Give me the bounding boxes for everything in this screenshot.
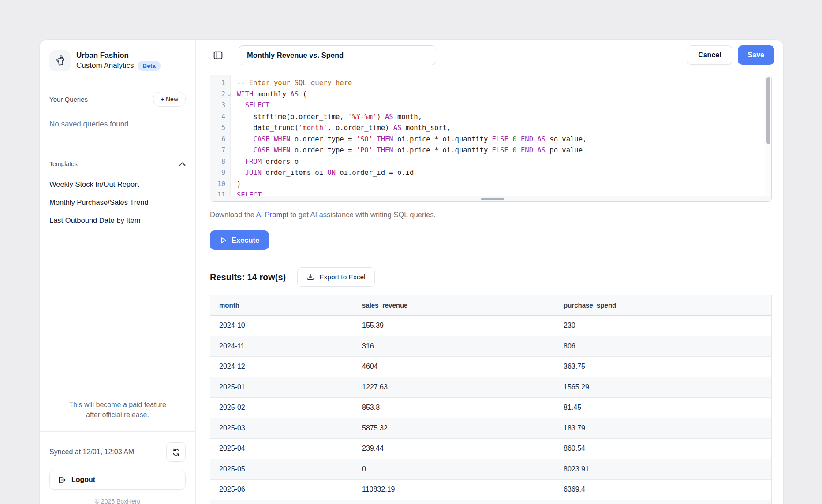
template-item[interactable]: Monthly Purchase/Sales Trend bbox=[49, 193, 186, 211]
table-row[interactable]: 2025-06110832.196369.4 bbox=[210, 479, 771, 500]
logout-icon bbox=[58, 476, 66, 484]
table-cell: 2024-12 bbox=[210, 356, 353, 377]
editor-line-numbers: 1234567891011 bbox=[210, 75, 231, 201]
logout-label: Logout bbox=[71, 476, 95, 484]
execute-button[interactable]: Execute bbox=[210, 230, 269, 250]
vertical-scrollbar-thumb[interactable] bbox=[766, 77, 770, 144]
table-cell: 316 bbox=[353, 336, 555, 357]
export-to-excel-button[interactable]: Export to Excel bbox=[297, 267, 374, 287]
table-row[interactable]: 2025-0508023.91 bbox=[210, 459, 771, 480]
table-cell: 2024-11 bbox=[210, 336, 353, 357]
table-cell: 363.75 bbox=[555, 356, 771, 377]
table-row[interactable]: 2025-035875.32183.79 bbox=[210, 418, 771, 439]
refresh-icon bbox=[172, 448, 180, 456]
table-cell: 230 bbox=[555, 315, 771, 336]
table-row[interactable]: 2024-10155.39230 bbox=[210, 315, 771, 336]
play-icon bbox=[220, 237, 227, 244]
table-cell: 860.54 bbox=[555, 438, 771, 459]
empty-queries-message: No saved queries found bbox=[49, 120, 186, 129]
sql-editor[interactable]: 1234567891011 -- Enter your SQL query he… bbox=[210, 75, 772, 202]
table-cell: 2025-05 bbox=[210, 459, 353, 480]
horizontal-scrollbar-thumb[interactable] bbox=[481, 198, 504, 200]
table-cell: 2025-02 bbox=[210, 397, 353, 418]
sync-row: Synced at 12/01, 12:03 AM bbox=[49, 442, 186, 462]
table-cell: 2025-01 bbox=[210, 377, 353, 398]
topbar-divider bbox=[232, 49, 232, 61]
table-cell: 110832.19 bbox=[353, 479, 555, 500]
ai-help-text: Download the AI Prompt to get AI assista… bbox=[210, 211, 774, 219]
table-cell: 2025-03 bbox=[210, 418, 353, 439]
app-title: Urban Fashion bbox=[76, 51, 161, 61]
table-cell: 8023.91 bbox=[555, 459, 771, 480]
templates-label: Templates bbox=[49, 160, 78, 167]
your-queries-label: Your Queries bbox=[49, 96, 88, 103]
table-cell: 2025-04 bbox=[210, 438, 353, 459]
results-heading: Results: 14 row(s) bbox=[210, 272, 286, 282]
refresh-button[interactable] bbox=[166, 442, 186, 462]
templates-header[interactable]: Templates bbox=[49, 160, 186, 167]
table-partial-row bbox=[210, 500, 771, 504]
table-row[interactable]: 2024-124604363.75 bbox=[210, 356, 771, 377]
sidebar: Urban Fashion Custom Analytics Beta Your… bbox=[40, 40, 196, 504]
table-cell: 81.45 bbox=[555, 397, 771, 418]
table-header-row: monthsales_revenuepurchase_spend bbox=[210, 295, 771, 315]
template-item[interactable]: Last Outbound Date by Item bbox=[49, 211, 186, 230]
your-queries-header: Your Queries + New bbox=[49, 92, 186, 107]
app-logo bbox=[49, 50, 71, 71]
cancel-button[interactable]: Cancel bbox=[687, 45, 732, 65]
table-cell: 1565.29 bbox=[555, 377, 771, 398]
editor-horizontal-scrollbar[interactable] bbox=[210, 196, 771, 201]
logout-button[interactable]: Logout bbox=[49, 470, 186, 490]
table-row[interactable]: 2025-011227.631565.29 bbox=[210, 377, 771, 398]
app-header: Urban Fashion Custom Analytics Beta bbox=[49, 50, 186, 71]
templates-list: Weekly Stock In/Out ReportMonthly Purcha… bbox=[49, 175, 186, 230]
table-cell: 1227.63 bbox=[353, 377, 555, 398]
new-query-button[interactable]: + New bbox=[153, 92, 186, 107]
paid-feature-note: This will become a paid feature after of… bbox=[62, 400, 173, 420]
synced-status: Synced at 12/01, 12:03 AM bbox=[49, 448, 134, 456]
column-header: month bbox=[210, 295, 353, 315]
editor-code[interactable]: -- Enter your SQL query hereWITH monthly… bbox=[231, 75, 771, 201]
table-cell: 2024-10 bbox=[210, 315, 353, 336]
tshirt-icon bbox=[53, 54, 67, 67]
app-window: Urban Fashion Custom Analytics Beta Your… bbox=[40, 40, 783, 504]
chevron-up-icon bbox=[179, 162, 186, 166]
results-table: monthsales_revenuepurchase_spend 2024-10… bbox=[210, 295, 772, 504]
app-titles: Urban Fashion Custom Analytics Beta bbox=[76, 51, 161, 71]
table-cell: 2025-06 bbox=[210, 479, 353, 500]
query-title-input[interactable] bbox=[239, 45, 436, 65]
main-panel: Cancel Save 1234567891011 -- Enter your … bbox=[196, 40, 783, 504]
table-cell: 5875.32 bbox=[353, 418, 555, 439]
column-header: sales_revenue bbox=[353, 295, 555, 315]
table-cell: 155.39 bbox=[353, 315, 555, 336]
table-cell: 6369.4 bbox=[555, 479, 771, 500]
table-cell: 0 bbox=[353, 459, 555, 480]
table-cell: 183.79 bbox=[555, 418, 771, 439]
table-cell: 239.44 bbox=[353, 438, 555, 459]
editor-vertical-scrollbar[interactable] bbox=[765, 75, 771, 196]
template-item[interactable]: Weekly Stock In/Out Report bbox=[49, 175, 186, 193]
table-row[interactable]: 2025-04239.44860.54 bbox=[210, 438, 771, 459]
download-icon bbox=[306, 273, 314, 281]
beta-badge: Beta bbox=[138, 61, 160, 71]
table-cell: 4604 bbox=[353, 356, 555, 377]
sidebar-divider bbox=[40, 431, 195, 432]
table-row[interactable]: 2024-11316806 bbox=[210, 336, 771, 357]
app-subtitle: Custom Analytics bbox=[76, 61, 134, 71]
sidebar-toggle-button[interactable] bbox=[210, 47, 226, 63]
table-cell: 853.8 bbox=[353, 397, 555, 418]
panel-left-icon bbox=[213, 50, 224, 61]
ai-prompt-link[interactable]: AI Prompt bbox=[256, 211, 288, 219]
table-cell: 806 bbox=[555, 336, 771, 357]
copyright: © 2025 BoxHero bbox=[49, 498, 186, 504]
table-row[interactable]: 2025-02853.881.45 bbox=[210, 397, 771, 418]
save-button[interactable]: Save bbox=[738, 45, 774, 65]
results-row: Results: 14 row(s) Export to Excel bbox=[210, 267, 774, 287]
topbar: Cancel Save bbox=[210, 45, 774, 65]
column-header: purchase_spend bbox=[555, 295, 771, 315]
